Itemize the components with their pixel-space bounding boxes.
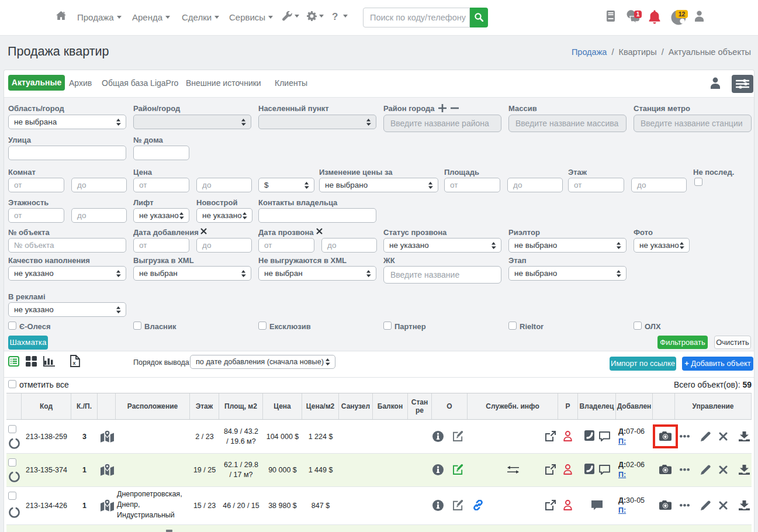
svg-text:x: x (73, 360, 76, 366)
